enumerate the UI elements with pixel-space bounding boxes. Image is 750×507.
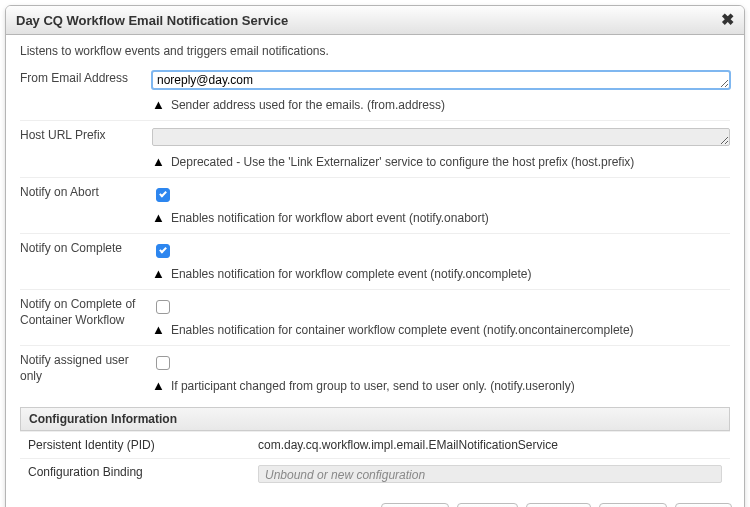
warning-icon: ▲: [152, 267, 165, 280]
warning-icon: ▲: [152, 155, 165, 168]
notify-complete-hint: ▲ Enables notification for workflow comp…: [152, 267, 730, 281]
notify-user-only-checkbox[interactable]: [156, 356, 170, 370]
notify-abort-checkbox[interactable]: [156, 188, 170, 202]
binding-value: Unbound or new configuration: [258, 465, 722, 483]
form-content: From Email Address ▲ Sender address used…: [6, 64, 744, 493]
dialog-description: Listens to workflow events and triggers …: [6, 35, 744, 64]
reset-button[interactable]: Reset: [457, 503, 518, 507]
notify-container-complete-label: Notify on Complete of Container Workflow: [20, 297, 152, 337]
warning-icon: ▲: [152, 323, 165, 336]
titlebar: Day CQ Workflow Email Notification Servi…: [6, 6, 744, 35]
unbind-button[interactable]: Unbind: [599, 503, 667, 507]
notify-user-only-hint: ▲ If participant changed from group to u…: [152, 379, 730, 393]
row-pid: Persistent Identity (PID) com.day.cq.wor…: [20, 431, 730, 458]
from-email-label: From Email Address: [20, 71, 152, 112]
warning-icon: ▲: [152, 379, 165, 392]
notify-abort-label: Notify on Abort: [20, 185, 152, 225]
row-host-prefix: Host URL Prefix ▲ Deprecated - Use the '…: [20, 120, 730, 177]
delete-button[interactable]: Delete: [526, 503, 591, 507]
host-prefix-label: Host URL Prefix: [20, 128, 152, 169]
pid-value: com.day.cq.workflow.impl.email.EMailNoti…: [258, 438, 722, 452]
notify-complete-label: Notify on Complete: [20, 241, 152, 281]
notify-container-complete-hint: ▲ Enables notification for container wor…: [152, 323, 730, 337]
save-button[interactable]: Save: [675, 503, 732, 507]
notify-abort-hint: ▲ Enables notification for workflow abor…: [152, 211, 730, 225]
binding-label: Configuration Binding: [28, 465, 258, 483]
button-bar: Cancel Reset Delete Unbind Save: [6, 493, 744, 507]
row-notify-user-only: Notify assigned user only ▲ If participa…: [20, 345, 730, 401]
row-notify-container-complete: Notify on Complete of Container Workflow…: [20, 289, 730, 345]
host-prefix-hint: ▲ Deprecated - Use the 'Link Externalize…: [152, 155, 730, 169]
notify-container-complete-checkbox[interactable]: [156, 300, 170, 314]
cancel-button[interactable]: Cancel: [381, 503, 448, 507]
warning-icon: ▲: [152, 211, 165, 224]
row-binding: Configuration Binding Unbound or new con…: [20, 458, 730, 489]
host-prefix-input[interactable]: [152, 128, 730, 146]
close-icon[interactable]: ✖: [721, 12, 734, 28]
config-dialog: Day CQ Workflow Email Notification Servi…: [5, 5, 745, 507]
from-email-hint: ▲ Sender address used for the emails. (f…: [152, 98, 730, 112]
row-notify-abort: Notify on Abort ▲ Enables notification f…: [20, 177, 730, 233]
notify-user-only-label: Notify assigned user only: [20, 353, 152, 393]
warning-icon: ▲: [152, 98, 165, 111]
config-info-header: Configuration Information: [20, 407, 730, 431]
dialog-title: Day CQ Workflow Email Notification Servi…: [16, 13, 288, 28]
from-email-input[interactable]: [152, 71, 730, 89]
pid-label: Persistent Identity (PID): [28, 438, 258, 452]
row-notify-complete: Notify on Complete ▲ Enables notificatio…: [20, 233, 730, 289]
row-from-email: From Email Address ▲ Sender address used…: [20, 64, 730, 120]
notify-complete-checkbox[interactable]: [156, 244, 170, 258]
